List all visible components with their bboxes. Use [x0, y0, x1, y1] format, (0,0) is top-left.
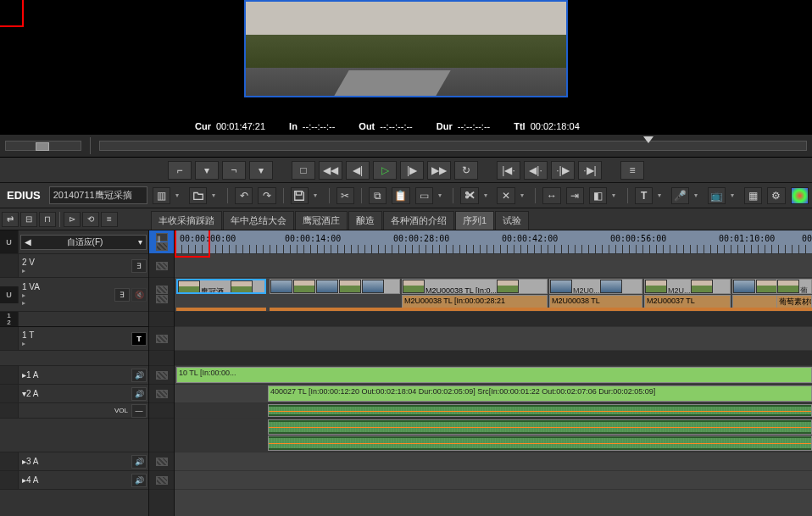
lane-1a[interactable]: 10 TL [In:00:00...	[175, 366, 812, 385]
track-lock-1a[interactable]	[149, 366, 174, 385]
clip-audio-linked[interactable]: M2U00037 TL	[644, 295, 731, 308]
clip-video-selected[interactable]: 鹰冠酒...	[176, 279, 266, 294]
goto-out-button[interactable]: ·▶|	[578, 161, 602, 180]
paste-insert-button[interactable]: ▭	[415, 187, 433, 204]
paste-button[interactable]: 📋	[392, 187, 409, 204]
insert-mode-button[interactable]: ⇥	[566, 187, 584, 204]
track-label-2a[interactable]: ▾2 A	[19, 389, 131, 398]
sequence-name-field[interactable]: 20140711鹰冠采摘	[49, 186, 147, 204]
capture-button[interactable]: 📺	[708, 187, 726, 204]
video-patch[interactable]: U	[0, 230, 19, 253]
delete-button[interactable]: ✕	[497, 187, 514, 204]
track-patch-a12[interactable]: 1 2	[0, 312, 19, 326]
tracks-area[interactable]: 00:00:00:00 00:00:14:00 00:00:28:00 00:0…	[175, 230, 812, 516]
seq-tab[interactable]: 鹰冠酒庄	[295, 211, 348, 230]
zoom-fit-dropdown[interactable]: ◀自适应(F)▾	[20, 235, 147, 250]
clip-video[interactable]	[270, 279, 400, 294]
color-button[interactable]	[791, 187, 809, 204]
ripple-mode-button[interactable]: ⊳	[64, 212, 81, 227]
time-ruler[interactable]: 00:00:00:00 00:00:14:00 00:00:28:00 00:0…	[175, 230, 812, 254]
cut-button[interactable]: ✂	[336, 187, 354, 204]
rewind-button[interactable]: ◀◀	[319, 161, 342, 180]
track-label-1t[interactable]: 1 T▸	[19, 330, 131, 347]
track-lock-3a[interactable]	[149, 452, 174, 471]
open-button[interactable]	[189, 187, 207, 204]
track-label-1va[interactable]: 1 VA▸▸	[19, 282, 114, 307]
track-sync-icon[interactable]: ∃	[114, 288, 130, 302]
scale-icon[interactable]: ⫴	[156, 233, 168, 241]
shuttle-slider[interactable]	[5, 141, 81, 151]
vol-icon[interactable]: ―	[131, 404, 147, 418]
play-button[interactable]: ▷	[373, 161, 397, 180]
mark-out-button[interactable]: ¬	[222, 161, 246, 180]
waveform[interactable]	[268, 404, 812, 417]
speaker-icon[interactable]: 🔊	[131, 474, 147, 487]
track-label-1a[interactable]: ▸1 A	[19, 370, 131, 380]
next-edit-button[interactable]: ·|▶	[551, 161, 575, 180]
clip-audio-linked[interactable]: M2U00038 TL [In:00:00:28:21	[402, 295, 548, 308]
mark-in-button[interactable]: ⌐	[168, 161, 192, 180]
mark-out-drop[interactable]: ▾	[249, 161, 273, 180]
track-lock-2a[interactable]	[149, 385, 174, 403]
new-seq-button[interactable]: ▥	[153, 187, 170, 204]
redo-button[interactable]: ↷	[258, 187, 275, 204]
lane-2a-label[interactable]: 400027 TL [In:00:00:12:20 Out:00:02:18:0…	[175, 385, 812, 403]
voiceover-button[interactable]: 🎤	[671, 187, 689, 204]
step-fwd-button[interactable]: |▶	[400, 161, 424, 180]
ffwd-button[interactable]: ▶▶	[427, 161, 451, 180]
copy-button[interactable]: ⧉	[369, 187, 387, 204]
track-lock-2v[interactable]	[149, 254, 174, 278]
waveform[interactable]	[268, 436, 812, 451]
link-mode-button[interactable]: ⇄	[2, 212, 19, 227]
track-patch-t[interactable]	[0, 327, 19, 350]
prev-edit-button[interactable]: ◀|·	[524, 161, 548, 180]
lane-1va[interactable]: 鹰冠酒... M2U00038 TL [In:0... M2U0... M2U.…	[175, 278, 812, 312]
goto-in-button[interactable]: |◀·	[497, 161, 520, 180]
mixer-button[interactable]: ⚙	[767, 187, 785, 204]
seq-tab[interactable]: 年中总结大会	[223, 211, 294, 230]
lane-1t[interactable]	[175, 327, 812, 351]
track-label-3a[interactable]: ▸3 A	[19, 457, 131, 466]
sync-mode-button[interactable]: ⟲	[82, 212, 99, 227]
export-button[interactable]: ▦	[744, 187, 762, 204]
track-lock-1t[interactable]	[149, 327, 174, 351]
clip-audio[interactable]: 400027 TL [In:00:00:12:20 Out:00:02:18:0…	[268, 386, 812, 402]
clip-audio-linked[interactable]	[732, 295, 783, 308]
transport-menu-button[interactable]: ≡	[620, 161, 644, 180]
title-button[interactable]: T	[635, 187, 653, 204]
stop-button[interactable]: □	[292, 161, 315, 180]
speaker-icon[interactable]: 🔊	[131, 387, 147, 401]
track-patch-va[interactable]: U	[0, 286, 19, 303]
wave-icon[interactable]	[156, 242, 168, 251]
save-button[interactable]	[291, 187, 309, 204]
snap-button[interactable]: ⊓	[39, 212, 56, 227]
track-sync-icon[interactable]: ∃	[131, 259, 147, 273]
clip-audio[interactable]: 10 TL [In:00:00...	[176, 367, 812, 383]
title-track-icon[interactable]: T	[131, 332, 147, 346]
mark-in-drop[interactable]: ▾	[195, 161, 219, 180]
seq-tab[interactable]: 丰收采摘踩踏	[151, 211, 222, 230]
seq-tab[interactable]: 酿造	[348, 211, 382, 230]
clip-audio-linked[interactable]: M2U00038 TL	[549, 295, 642, 308]
seq-tab-active[interactable]: 序列1	[455, 211, 494, 230]
clip-video[interactable]: M2U00038 TL [In:0...	[402, 279, 548, 294]
track-patch-v2[interactable]	[0, 254, 19, 277]
lane-2v[interactable]	[175, 254, 812, 278]
seq-tab[interactable]: 各种酒的介绍	[383, 211, 454, 230]
clip-audio-linked[interactable]: 葡萄素材01.	[776, 295, 812, 308]
track-lock-1va[interactable]	[149, 278, 174, 312]
position-scrubber[interactable]	[99, 141, 807, 151]
clip-video[interactable]: M2U...	[644, 279, 731, 294]
undo-button[interactable]: ↶	[235, 187, 253, 204]
track-lock-ruler[interactable]: ⫴	[149, 230, 174, 254]
speaker-icon[interactable]: 🔊	[131, 455, 147, 469]
clip-video[interactable]: M2U0...	[549, 279, 642, 294]
ripple-button[interactable]: ↔	[542, 187, 560, 204]
lane-3a[interactable]	[175, 452, 812, 471]
preview-monitor[interactable]	[244, 0, 568, 97]
lane-4a[interactable]	[175, 471, 812, 490]
speaker-icon[interactable]: 🔊	[131, 369, 147, 382]
group-mode-button[interactable]: ⊟	[20, 212, 37, 227]
track-mode-button[interactable]: ≡	[101, 212, 118, 227]
razor-button[interactable]: ✀	[460, 187, 478, 204]
